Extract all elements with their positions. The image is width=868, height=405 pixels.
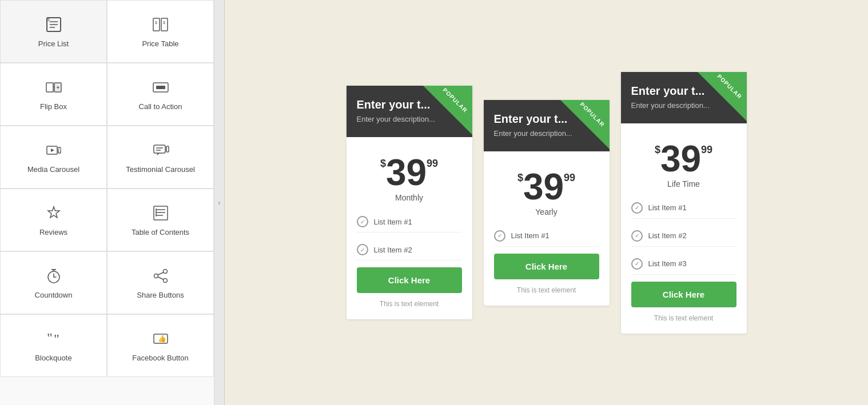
card-body-monthly: $3999 Monthly ✓ List Item #1 ✓ List Item… xyxy=(347,137,472,319)
card-header-lifetime: POPULAR Enter your t... Enter your descr… xyxy=(621,72,747,123)
flip-box-label: Flip Box xyxy=(40,102,67,111)
check-icon-lifetime-3: ✓ xyxy=(631,258,643,270)
pricing-card-lifetime: POPULAR Enter your t... Enter your descr… xyxy=(621,72,747,334)
check-icon-lifetime-1: ✓ xyxy=(631,202,643,214)
countdown-icon xyxy=(45,267,63,285)
svg-point-36 xyxy=(154,274,158,278)
pricing-card-yearly: POPULAR Enter your t... Enter your descr… xyxy=(484,100,610,306)
countdown-label: Countdown xyxy=(35,291,73,299)
card-header-yearly: POPULAR Enter your t... Enter your descr… xyxy=(484,100,610,151)
sidebar-item-price-table[interactable]: $ $ Price Table xyxy=(107,0,214,63)
cta-button-yearly[interactable]: Click Here xyxy=(494,254,599,279)
sidebar-item-facebook-button[interactable]: 👍 Facebook Button xyxy=(107,314,214,377)
sidebar-item-reviews[interactable]: Reviews xyxy=(0,189,107,251)
sidebar-item-call-to-action[interactable]: Call to Action xyxy=(107,63,214,126)
sidebar-item-media-carousel[interactable]: Media Carousel xyxy=(0,126,107,189)
testimonial-carousel-icon xyxy=(152,141,170,159)
price-list-label: Price List xyxy=(38,39,69,48)
svg-text:✦: ✦ xyxy=(56,85,60,90)
text-element-yearly: This is text element xyxy=(494,286,599,294)
list-item-yearly-1: ✓ List Item #1 xyxy=(494,226,599,247)
sidebar-item-table-of-contents[interactable]: Table of Contents xyxy=(107,189,214,251)
list-item-monthly-2: ✓ List Item #2 xyxy=(357,239,462,260)
popular-badge-monthly: POPULAR xyxy=(422,86,472,136)
cents-monthly: 99 xyxy=(427,158,438,169)
price-section-monthly: $3999 Monthly xyxy=(357,149,462,204)
check-icon-lifetime-2: ✓ xyxy=(631,230,643,242)
sidebar-item-flip-box[interactable]: ✦ Flip Box xyxy=(0,63,107,126)
list-item-lifetime-3: ✓ List Item #3 xyxy=(631,254,736,275)
currency-yearly: $ xyxy=(517,172,523,183)
list-item-text-lifetime-1: List Item #1 xyxy=(648,203,687,212)
media-carousel-label: Media Carousel xyxy=(27,165,79,174)
reviews-label: Reviews xyxy=(39,228,67,236)
list-item-lifetime-1: ✓ List Item #1 xyxy=(631,198,736,219)
sidebar-item-countdown[interactable]: Countdown xyxy=(0,251,107,314)
amount-yearly: 39 xyxy=(523,166,564,207)
check-icon-monthly-1: ✓ xyxy=(357,216,368,227)
sidebar-item-share-buttons[interactable]: Share Buttons xyxy=(107,251,214,314)
blockquote-label: Blockquote xyxy=(35,354,71,362)
popular-text-yearly: POPULAR xyxy=(574,100,609,133)
table-of-contents-label: Table of Contents xyxy=(132,228,189,236)
svg-text:$: $ xyxy=(155,21,157,25)
svg-point-37 xyxy=(163,278,167,282)
testimonial-carousel-label: Testimonial Carousel xyxy=(126,165,195,174)
card-body-lifetime: $3999 Life Time ✓ List Item #1 ✓ List It… xyxy=(621,123,747,334)
svg-marker-16 xyxy=(51,149,54,152)
svg-rect-18 xyxy=(58,148,61,150)
list-item-monthly-1: ✓ List Item #1 xyxy=(357,211,462,232)
svg-point-35 xyxy=(163,269,167,273)
popular-text-monthly: POPULAR xyxy=(436,86,472,119)
svg-line-39 xyxy=(158,276,164,279)
list-item-text-monthly-2: List Item #2 xyxy=(374,246,412,254)
sidebar-item-blockquote[interactable]: " " Blockquote xyxy=(0,314,107,377)
list-item-text-yearly-1: List Item #1 xyxy=(511,231,550,240)
cta-button-lifetime[interactable]: Click Here xyxy=(631,282,736,307)
table-of-contents-icon xyxy=(152,204,170,222)
flip-box-icon: ✦ xyxy=(45,78,63,97)
svg-text:": " xyxy=(54,331,59,346)
sidebar-item-testimonial-carousel[interactable]: Testimonial Carousel xyxy=(107,126,214,189)
svg-rect-23 xyxy=(166,146,169,152)
price-list-icon: $ xyxy=(45,15,63,34)
reviews-icon xyxy=(45,204,63,222)
svg-marker-20 xyxy=(157,153,160,155)
popular-badge-yearly: POPULAR xyxy=(559,100,610,150)
cta-button-monthly[interactable]: Click Here xyxy=(357,267,462,293)
cents-yearly: 99 xyxy=(564,172,575,183)
sidebar-item-price-list[interactable]: $ Price List xyxy=(0,0,107,63)
popular-badge-lifetime: POPULAR xyxy=(696,72,747,122)
card-header-monthly: POPULAR Enter your t... Enter your descr… xyxy=(347,86,472,137)
share-buttons-label: Share Buttons xyxy=(137,291,184,299)
blockquote-icon: " " xyxy=(45,330,63,348)
price-section-lifetime: $3999 Life Time xyxy=(631,135,736,191)
call-to-action-label: Call to Action xyxy=(139,102,182,111)
svg-rect-9 xyxy=(46,83,53,92)
svg-text:$: $ xyxy=(47,18,50,22)
svg-text:": " xyxy=(47,330,53,345)
price-table-icon: $ $ xyxy=(152,15,170,34)
main-content: POPULAR Enter your t... Enter your descr… xyxy=(225,0,868,405)
currency-lifetime: $ xyxy=(655,144,660,155)
list-item-text-lifetime-2: List Item #2 xyxy=(648,231,687,240)
amount-monthly: 39 xyxy=(386,152,427,193)
call-to-action-icon xyxy=(152,78,170,97)
check-icon-monthly-2: ✓ xyxy=(357,244,368,255)
text-element-monthly: This is text element xyxy=(357,300,462,308)
price-table-label: Price Table xyxy=(142,39,178,48)
list-item-text-monthly-1: List Item #1 xyxy=(374,218,412,226)
svg-text:👍: 👍 xyxy=(158,334,166,343)
share-buttons-icon xyxy=(152,267,170,285)
svg-marker-24 xyxy=(48,207,59,218)
svg-line-38 xyxy=(158,272,164,274)
facebook-button-label: Facebook Button xyxy=(132,354,188,362)
popular-text-lifetime: POPULAR xyxy=(711,72,746,105)
svg-text:$: $ xyxy=(163,21,165,25)
check-icon-yearly-1: ✓ xyxy=(494,230,505,242)
collapse-icon: ‹ xyxy=(218,199,221,207)
cents-lifetime: 99 xyxy=(701,144,712,155)
collapse-handle[interactable]: ‹ xyxy=(214,0,225,405)
media-carousel-icon xyxy=(45,141,63,159)
list-item-text-lifetime-3: List Item #3 xyxy=(648,259,687,268)
